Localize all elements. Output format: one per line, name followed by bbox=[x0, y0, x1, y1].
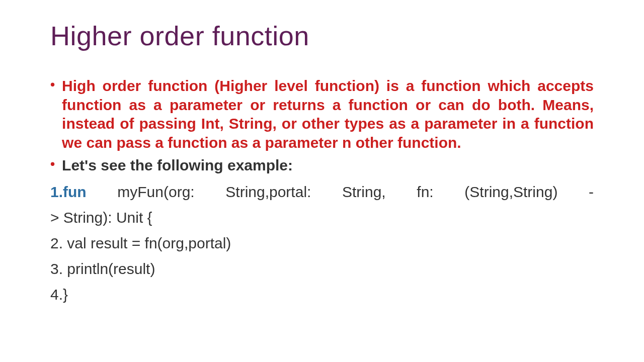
bullet-definition-text: High order function (Higher level functi… bbox=[62, 76, 594, 152]
line-number-1: 1. bbox=[50, 184, 63, 200]
code-line-1b: > String): Unit { bbox=[50, 205, 594, 230]
bullet-dot-icon: • bbox=[50, 156, 55, 175]
code-line-1: 1.fun myFun(org: String,portal: String, … bbox=[50, 179, 594, 205]
slide: Higher order function • High order funct… bbox=[0, 0, 644, 327]
bullet-example-intro: • Let's see the following example: bbox=[50, 156, 594, 175]
code-line-3: 3. println(result) bbox=[50, 256, 594, 282]
bullet-bold-term: High order function (Higher level functi… bbox=[62, 77, 379, 94]
code-block: 1.fun myFun(org: String,portal: String, … bbox=[50, 179, 594, 307]
bullet-definition: • High order function (Higher level func… bbox=[50, 76, 594, 152]
bullet-dot-icon: • bbox=[50, 76, 55, 152]
bullet-example-text: Let's see the following example: bbox=[62, 156, 594, 175]
code-line-1a: myFun(org: String,portal: String, fn: (S… bbox=[87, 184, 594, 200]
keyword-fun: fun bbox=[63, 184, 87, 200]
code-line-2: 2. val result = fn(org,portal) bbox=[50, 230, 594, 256]
code-line-4: 4.} bbox=[50, 282, 594, 307]
slide-title: Higher order function bbox=[50, 20, 594, 51]
